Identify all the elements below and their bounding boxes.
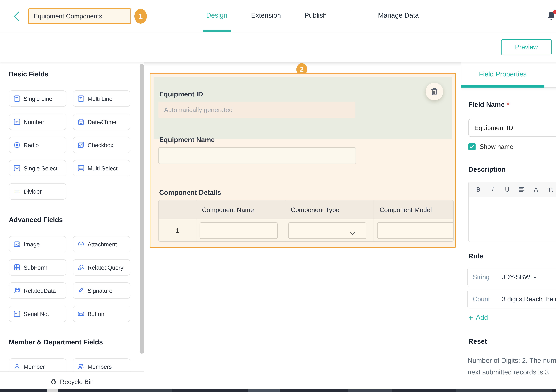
palette-item-datetime[interactable]: Date&Time [73, 114, 131, 130]
rule-type: String [468, 274, 502, 281]
subform-header-component-model: Component Model [374, 200, 454, 219]
image-icon [14, 241, 20, 248]
field-palette-sidebar: Basic Fields Single Line Multi Line 123 … [0, 63, 144, 392]
palette-item-label: Serial No. [23, 311, 49, 317]
signature-icon [78, 287, 85, 294]
component-name-input[interactable] [200, 222, 278, 239]
subform-header-component-name: Component Name [196, 200, 285, 219]
subform-row-number: 1 [159, 219, 196, 242]
equipment-id-input[interactable] [158, 102, 355, 118]
palette-item-checkbox[interactable]: Checkbox [73, 137, 131, 153]
tab-field-properties[interactable]: Field Properties [461, 71, 544, 78]
related-data-icon [14, 287, 20, 294]
component-type-select[interactable] [288, 222, 366, 239]
active-properties-tab-underline [461, 85, 544, 88]
preview-button[interactable]: Preview [501, 39, 552, 55]
palette-item-label: Multi Select [88, 165, 118, 172]
palette-item-multi-select[interactable]: Multi Select [73, 160, 131, 176]
equipment-name-input[interactable] [158, 147, 356, 164]
palette-item-single-select[interactable]: Single Select [9, 160, 66, 176]
tab-design[interactable]: Design [203, 12, 231, 20]
palette-item-label: Attachment [88, 241, 117, 248]
bottom-edge-artifact [0, 389, 556, 392]
form-card[interactable]: Equipment ID Equipment Name Component De… [150, 73, 456, 248]
number-icon: 123 [14, 118, 20, 125]
section-title-advanced-fields: Advanced Fields [9, 216, 137, 224]
palette-item-label: SubForm [23, 264, 47, 271]
tab-manage-data[interactable]: Manage Data [372, 12, 425, 20]
members-icon [78, 363, 85, 370]
tab-extension[interactable]: Extension [247, 12, 285, 20]
trash-icon [431, 88, 438, 96]
palette-item-radio[interactable]: Radio [9, 137, 66, 153]
show-name-checkbox-row[interactable]: Show name [468, 143, 513, 150]
subform-table[interactable]: Component Name Component Type Component … [158, 200, 454, 242]
align-icon[interactable] [514, 183, 529, 196]
palette-item-divider[interactable]: Divider [9, 183, 66, 200]
add-rule-label: Add [476, 314, 488, 321]
palette-item-button[interactable]: BTN Button [73, 306, 131, 322]
palette-item-related-query[interactable]: RelatedQuery [73, 259, 131, 275]
notification-bell-icon[interactable] [546, 11, 556, 22]
properties-tabs: Field Properties Form Properties [461, 63, 556, 88]
description-textarea[interactable] [468, 197, 556, 242]
component-model-input[interactable] [377, 222, 454, 239]
back-icon[interactable] [12, 10, 22, 22]
svg-text:NO.: NO. [15, 312, 19, 314]
palette-item-label: Multi Line [88, 95, 112, 102]
show-name-label: Show name [480, 143, 513, 150]
italic-icon[interactable]: I [486, 183, 500, 196]
palette-item-serial-no[interactable]: NO. Serial No. [9, 306, 66, 322]
palette-item-label: Radio [23, 142, 39, 148]
palette-item-signature[interactable]: Signature [73, 282, 131, 299]
field-name-input[interactable] [468, 119, 556, 137]
svg-text:BTN: BTN [79, 313, 83, 315]
checkbox-icon [78, 141, 85, 148]
section-title-basic-fields: Basic Fields [9, 71, 137, 78]
subform-icon [14, 264, 20, 271]
palette-item-related-data[interactable]: RelatedData [9, 282, 66, 299]
serial-no-icon: NO. [14, 310, 20, 317]
tab-publish[interactable]: Publish [301, 12, 330, 20]
recycle-bin-icon: ♻ [50, 378, 57, 385]
delete-field-button[interactable] [425, 83, 443, 100]
palette-item-label: Number [23, 118, 44, 125]
palette-item-number[interactable]: 123 Number [9, 114, 66, 130]
palette-item-image[interactable]: Image [9, 236, 66, 252]
underline-icon[interactable]: U [500, 183, 514, 196]
action-toolbar: Preview Save [0, 32, 556, 63]
button-icon: BTN [78, 310, 85, 317]
add-rule-button[interactable]: + Add [468, 314, 488, 321]
form-designer-app: 1 Design Extension Publish Manage Data ?… [0, 0, 556, 392]
subform-header-component-type: Component Type [285, 200, 374, 219]
bold-icon[interactable]: B [471, 183, 486, 196]
palette-item-label: RelatedData [23, 287, 56, 294]
sidebar-scrollbar[interactable] [139, 64, 144, 353]
font-size-icon[interactable]: Tt [543, 183, 556, 196]
nav-divider [350, 10, 350, 23]
selected-field-equipment-id[interactable]: Equipment ID [154, 77, 452, 139]
multi-line-icon [78, 95, 85, 102]
subform-header-rownum [159, 200, 196, 219]
rule-value: JDY-SBWL- [502, 274, 536, 281]
tab-form-properties[interactable]: Form Properties [544, 71, 556, 78]
datetime-icon [78, 118, 85, 125]
palette-item-single-line[interactable]: Single Line [9, 90, 66, 107]
rule-row-string[interactable]: String JDY-SBWL- [467, 268, 556, 286]
rule-label: Rule [468, 252, 483, 260]
field-label-equipment-id: Equipment ID [159, 90, 203, 98]
rule-row-count[interactable]: Count 3 digits,Reach the m... [467, 290, 556, 308]
form-title-input[interactable] [28, 8, 131, 24]
palette-item-multi-line[interactable]: Multi Line [73, 90, 131, 107]
step-badge-1: 1 [134, 9, 147, 24]
reset-note-text: Number of Digits: 2. The number of digit… [468, 355, 556, 378]
checkbox-checked-icon[interactable] [468, 143, 476, 150]
content-area: Basic Fields Single Line Multi Line 123 … [0, 63, 556, 392]
palette-item-attachment[interactable]: Attachment [73, 236, 131, 252]
palette-item-label: Divider [23, 188, 42, 195]
field-properties-body: Field Name* Serial No. Show name Descrip… [461, 88, 556, 392]
palette-item-subform[interactable]: SubForm [9, 259, 66, 275]
radio-icon [14, 141, 20, 148]
palette-item-label: Button [88, 311, 104, 317]
font-color-icon[interactable]: A [529, 183, 543, 196]
